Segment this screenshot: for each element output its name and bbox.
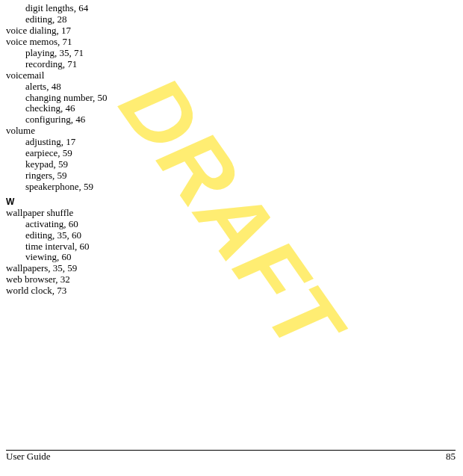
entry-text: keypad, bbox=[25, 158, 56, 170]
index-subentry: alerts, 48 bbox=[25, 81, 456, 93]
entry-text: voicemail bbox=[6, 69, 44, 81]
entry-text: volume bbox=[6, 125, 35, 136]
entry-page: 46 bbox=[75, 114, 85, 125]
index-subentry: checking, 46 bbox=[25, 103, 456, 114]
entry-text: recording, bbox=[25, 58, 65, 69]
entry-page: 60 bbox=[61, 251, 71, 262]
entry-text: W bbox=[6, 197, 14, 207]
entry-text: editing, bbox=[25, 229, 55, 241]
index-entry: world clock, 73 bbox=[6, 285, 456, 297]
entry-text: editing, bbox=[25, 13, 55, 25]
index-subentry: configuring, 46 bbox=[25, 114, 456, 126]
index-entry: voice memos, 71 bbox=[6, 37, 456, 48]
footer-left: User Guide bbox=[6, 451, 51, 463]
index-subentry: recording, 71 bbox=[25, 59, 456, 70]
index-subentry: editing, 28 bbox=[25, 14, 456, 25]
entry-page: 35, 60 bbox=[58, 229, 82, 241]
entry-text: wallpaper shuffle bbox=[6, 207, 73, 218]
index-subentry: activating, 60 bbox=[25, 219, 456, 230]
index-entry: voice dialing, 17 bbox=[6, 25, 456, 37]
entry-page: 50 bbox=[98, 92, 108, 103]
entry-page: 73 bbox=[57, 285, 66, 296]
entry-text: voice dialing, bbox=[6, 25, 59, 36]
index-subentry: changing number, 50 bbox=[25, 93, 456, 104]
entry-page: 35, 71 bbox=[60, 47, 84, 58]
entry-text: web browser, bbox=[6, 273, 58, 285]
entry-text: ringers, bbox=[25, 170, 55, 181]
entry-text: speakerphone, bbox=[25, 181, 81, 192]
entry-text: playing, bbox=[25, 47, 57, 58]
entry-page: 71 bbox=[67, 58, 77, 69]
index-subentry: adjusting, 17 bbox=[25, 137, 456, 148]
index-subentry: earpiece, 59 bbox=[25, 148, 456, 159]
entry-page: 35, 59 bbox=[53, 262, 78, 273]
page: DRAFT digit lengths, 64editing, 28voice … bbox=[0, 0, 463, 476]
entry-page: 32 bbox=[60, 273, 70, 285]
entry-text: configuring, bbox=[25, 114, 73, 125]
entry-text: wallpapers, bbox=[6, 262, 51, 273]
entry-page: 71 bbox=[62, 36, 72, 47]
entry-page: 17 bbox=[61, 25, 71, 36]
entry-page: 64 bbox=[78, 2, 88, 13]
entry-page: 60 bbox=[69, 218, 78, 229]
entry-text: adjusting, bbox=[25, 136, 63, 147]
footer-page-number: 85 bbox=[446, 451, 456, 463]
index-subentry: editing, 35, 60 bbox=[25, 230, 456, 241]
entry-page: 59 bbox=[63, 147, 72, 158]
index-entry: volume bbox=[6, 126, 456, 137]
index-entry: wallpapers, 35, 59 bbox=[6, 263, 456, 274]
entry-page: 17 bbox=[66, 136, 75, 147]
page-footer: User Guide 85 bbox=[6, 450, 456, 463]
index-subentry: digit lengths, 64 bbox=[25, 3, 456, 14]
entry-text: world clock, bbox=[6, 285, 55, 296]
entry-text: viewing, bbox=[25, 251, 59, 262]
entry-page: 28 bbox=[58, 13, 67, 25]
index-entry: voicemail bbox=[6, 70, 456, 81]
entry-text: alerts, bbox=[25, 81, 49, 92]
entry-text: activating, bbox=[25, 218, 66, 229]
index-subentry: viewing, 60 bbox=[25, 252, 456, 263]
entry-page: 59 bbox=[58, 158, 68, 170]
index-subentry: time interval, 60 bbox=[25, 241, 456, 253]
entry-text: earpiece, bbox=[25, 147, 60, 158]
entry-page: 46 bbox=[65, 102, 75, 114]
index-content: digit lengths, 64editing, 28voice dialin… bbox=[0, 0, 463, 297]
entry-text: changing number, bbox=[25, 92, 95, 103]
index-subentry: keypad, 59 bbox=[25, 159, 456, 170]
index-entry: web browser, 32 bbox=[6, 274, 456, 285]
entry-text: time interval, bbox=[25, 241, 77, 252]
entry-page: 60 bbox=[80, 241, 90, 252]
entry-text: checking, bbox=[25, 102, 63, 114]
index-subentry: ringers, 59 bbox=[25, 170, 456, 182]
section-letter: W bbox=[6, 197, 456, 208]
index-entry: wallpaper shuffle bbox=[6, 208, 456, 219]
entry-text: digit lengths, bbox=[25, 2, 76, 13]
entry-page: 48 bbox=[52, 81, 61, 92]
entry-page: 59 bbox=[84, 181, 93, 192]
entry-page: 59 bbox=[58, 170, 67, 181]
entry-text: voice memos, bbox=[6, 36, 60, 47]
index-subentry: playing, 35, 71 bbox=[25, 48, 456, 59]
index-subentry: speakerphone, 59 bbox=[25, 182, 456, 193]
